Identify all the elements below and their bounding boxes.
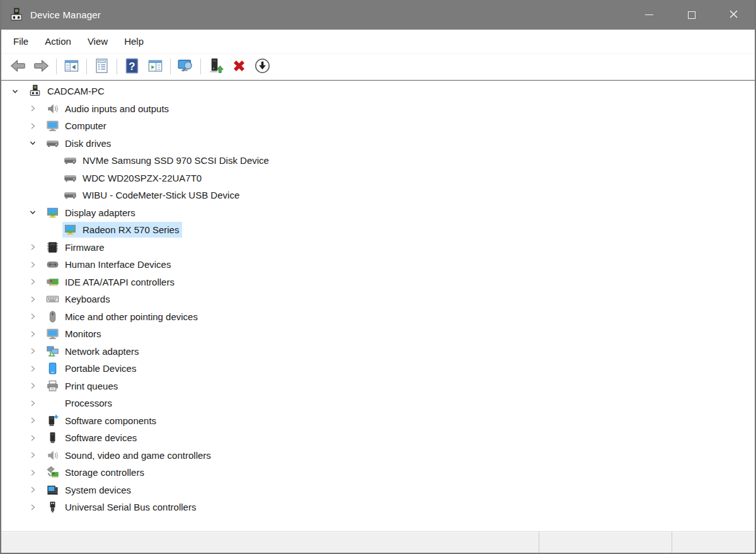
help-button[interactable]: ? — [120, 56, 144, 77]
tree-item-print-queues[interactable]: Print queues — [1, 378, 755, 395]
row-content[interactable]: Universal Serial Bus controllers — [45, 499, 199, 515]
row-content[interactable]: Disk drives — [45, 136, 114, 151]
row-content[interactable]: Monitors — [45, 326, 105, 342]
tree-item-portable-devices[interactable]: Portable Devices — [1, 360, 755, 378]
scan-hardware-icon — [177, 57, 194, 76]
tree-item-wibu-codemeter-stick-usb-device[interactable]: WIBU - CodeMeter-Stick USB Device — [1, 187, 755, 204]
menu-file[interactable]: File — [5, 30, 37, 53]
chevron-right-icon[interactable] — [28, 381, 38, 391]
tree-item-software-components[interactable]: Software components — [1, 412, 755, 430]
menu-view[interactable]: View — [79, 30, 116, 53]
scan-hardware-changes-button[interactable] — [174, 56, 197, 77]
row-content[interactable]: Network adapters — [45, 343, 142, 359]
row-content[interactable]: Storage controllers — [45, 465, 147, 480]
chevron-right-icon[interactable] — [28, 450, 38, 460]
forward-icon — [33, 57, 50, 76]
disable-icon — [254, 57, 271, 76]
row-content[interactable]: Print queues — [45, 378, 121, 394]
tree-item-disk-drives[interactable]: Disk drives — [1, 135, 755, 153]
row-content[interactable]: WIBU - CodeMeter-Stick USB Device — [62, 187, 243, 203]
minimize-button[interactable] — [628, 0, 670, 30]
properties-button[interactable] — [90, 56, 113, 77]
menu-help[interactable]: Help — [116, 30, 152, 53]
chevron-right-icon[interactable] — [28, 364, 38, 374]
tree-item-display-adapters[interactable]: Display adapters — [1, 204, 755, 222]
row-content[interactable]: Sound, video and game controllers — [45, 447, 214, 463]
tree-item-computer[interactable]: Computer — [1, 117, 755, 135]
tree-item-system-devices[interactable]: System devices — [1, 482, 755, 499]
show-action-pane-button[interactable] — [144, 56, 167, 77]
chevron-right-icon[interactable] — [28, 468, 38, 478]
chevron-right-icon[interactable] — [28, 260, 38, 270]
row-content[interactable]: Computer — [45, 118, 110, 134]
chevron-spacer — [45, 173, 55, 183]
tree-item-radeon-rx-570-series[interactable]: Radeon RX 570 Series — [1, 221, 755, 239]
chevron-down-icon[interactable] — [28, 207, 38, 217]
tree-item-label: Sound, video and game controllers — [65, 450, 211, 461]
tree-item-storage-controllers[interactable]: Storage controllers — [1, 464, 755, 482]
tree-item-keyboards[interactable]: Keyboards — [1, 291, 755, 308]
console-tree-icon — [63, 57, 80, 76]
tree-item-nvme-samsung-ssd-970-scsi-disk-device[interactable]: NVMe Samsung SSD 970 SCSI Disk Device — [1, 152, 755, 170]
tree-item-sound-video-and-game-controllers[interactable]: Sound, video and game controllers — [1, 447, 755, 465]
row-content[interactable]: Human Interface Devices — [45, 257, 174, 272]
chevron-right-icon[interactable] — [28, 398, 38, 408]
titlebar[interactable]: Device Manager — [1, 0, 755, 30]
row-content[interactable]: Firmware — [45, 239, 108, 255]
row-content[interactable]: WDC WD20SPZX-22UA7T0 — [62, 170, 205, 186]
maximize-button[interactable] — [670, 0, 713, 30]
chevron-right-icon[interactable] — [28, 311, 38, 321]
row-content[interactable]: System devices — [45, 482, 134, 498]
uninstall-device-button[interactable] — [227, 56, 251, 77]
row-content[interactable]: Software components — [45, 413, 159, 429]
tree-item-human-interface-devices[interactable]: Human Interface Devices — [1, 256, 755, 274]
chevron-right-icon[interactable] — [28, 415, 38, 425]
back-icon — [9, 57, 26, 76]
chevron-right-icon[interactable] — [28, 294, 38, 304]
tree-item-mice-and-other-pointing-devices[interactable]: Mice and other pointing devices — [1, 308, 755, 326]
tree-item-firmware[interactable]: Firmware — [1, 239, 755, 257]
chevron-right-icon[interactable] — [28, 103, 38, 113]
tree-item-network-adapters[interactable]: Network adapters — [1, 343, 755, 361]
tree-item-audio-inputs-and-outputs[interactable]: Audio inputs and outputs — [1, 100, 755, 118]
close-button[interactable] — [713, 0, 755, 30]
tree-item-processors[interactable]: Processors — [1, 395, 755, 412]
row-content[interactable]: Audio inputs and outputs — [45, 101, 172, 117]
chevron-right-icon[interactable] — [28, 433, 38, 443]
update-driver-button[interactable] — [204, 56, 227, 77]
chevron-right-icon[interactable] — [28, 277, 38, 287]
chevron-down-icon[interactable] — [10, 86, 20, 96]
chevron-right-icon[interactable] — [28, 485, 38, 495]
menu-action[interactable]: Action — [37, 30, 79, 53]
tree-item-software-devices[interactable]: Software devices — [1, 429, 755, 447]
chevron-right-icon[interactable] — [28, 346, 38, 356]
row-content[interactable]: NVMe Samsung SSD 970 SCSI Disk Device — [62, 153, 272, 168]
chevron-down-icon[interactable] — [28, 138, 38, 148]
tree-item-universal-serial-bus-controllers[interactable]: Universal Serial Bus controllers — [1, 499, 755, 516]
tree-item-ide-ata-atapi-controllers[interactable]: IDE ATA/ATAPI controllers — [1, 274, 755, 291]
selected-row-content[interactable]: Radeon RX 570 Series — [62, 222, 182, 238]
row-content[interactable]: CADCAM-PC — [27, 83, 108, 99]
forward-button[interactable] — [30, 56, 53, 77]
show-console-tree-button[interactable] — [60, 56, 83, 77]
chevron-right-icon[interactable] — [28, 329, 38, 339]
row-content[interactable]: Processors — [45, 395, 115, 411]
tree-item-cadcam-pc[interactable]: CADCAM-PC — [1, 83, 755, 100]
tree-item-wdc-wd20spzx-22ua7t0[interactable]: WDC WD20SPZX-22UA7T0 — [1, 170, 755, 187]
row-content[interactable]: Mice and other pointing devices — [45, 309, 201, 325]
chevron-right-icon[interactable] — [28, 502, 38, 512]
disable-device-button[interactable] — [251, 56, 274, 77]
chevron-right-icon[interactable] — [28, 121, 38, 131]
chevron-spacer — [45, 190, 55, 200]
row-content[interactable]: Keyboards — [45, 291, 113, 307]
row-content[interactable]: Display adapters — [45, 205, 139, 221]
back-button[interactable] — [6, 56, 30, 77]
row-content[interactable]: Portable Devices — [45, 361, 139, 376]
row-content[interactable]: IDE ATA/ATAPI controllers — [45, 274, 178, 290]
row-content[interactable]: Software devices — [45, 430, 140, 446]
tree-item-monitors[interactable]: Monitors — [1, 325, 755, 343]
chevron-right-icon[interactable] — [28, 242, 38, 252]
tree-item-label: Keyboards — [65, 294, 110, 304]
audio-icon — [46, 102, 59, 115]
help-icon: ? — [123, 57, 140, 76]
